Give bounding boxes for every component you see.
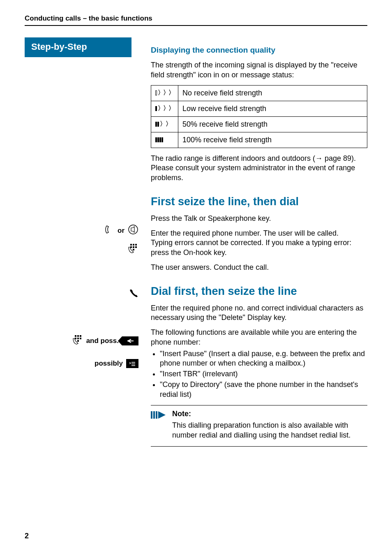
heading-seize-then-dial: First seize the line, then dial: [151, 195, 367, 208]
keypad-delete-anno: and poss.: [72, 334, 138, 347]
note-title: Note:: [172, 410, 361, 418]
svg-rect-1: [130, 244, 132, 246]
signal-label: 100% receive field strength: [178, 132, 367, 148]
range-para: The radio range is different indoors and…: [151, 154, 367, 183]
talk-or-speaker-anno: or: [104, 224, 138, 237]
list-item: "Insert Pause" (Insert a dial pause, e.g…: [160, 349, 367, 369]
signal-label: Low receive field strength: [178, 101, 367, 116]
signal-0-icon: 〉〉〉: [151, 85, 178, 101]
svg-rect-19: [153, 411, 155, 419]
svg-rect-20: [156, 411, 157, 419]
step-by-step-badge: Step-by-Step: [25, 37, 131, 57]
running-head: Conducting calls – the basic functions: [25, 14, 367, 26]
step-functions-intro: The following functions are available wh…: [151, 328, 367, 348]
svg-rect-13: [80, 338, 81, 339]
note-icon: [151, 410, 166, 421]
table-row: 100% receive field strength: [151, 132, 367, 148]
possibly-label: possibly: [95, 359, 123, 368]
keypad-anno-1: [128, 243, 138, 256]
in-call-anno: [129, 288, 138, 301]
svg-point-0: [129, 225, 138, 234]
table-row: 〉〉〉 Low receive field strength: [151, 101, 367, 116]
signal-1-icon: 〉〉〉: [151, 101, 178, 116]
svg-rect-3: [135, 244, 137, 246]
heading-dial-then-seize: Dial first, then seize the line: [151, 285, 367, 298]
talk-key-icon: [104, 225, 114, 236]
step-press-talk: Press the Talk or Speakerphone key.: [151, 214, 367, 224]
note-box: Note: This dialling preparation function…: [151, 405, 367, 447]
svg-rect-9: [77, 335, 79, 337]
svg-rect-2: [133, 244, 134, 246]
signal-3-icon: [151, 132, 178, 148]
svg-rect-12: [77, 338, 79, 339]
delete-key-icon: [122, 336, 138, 345]
signal-label: No receive field strength: [178, 85, 367, 101]
intro-para: The strength of the incoming signal is d…: [151, 60, 367, 80]
and-poss-label: and poss.: [86, 337, 119, 345]
page-ref-link[interactable]: → page 89: [315, 154, 351, 162]
page-number: 2: [25, 532, 29, 540]
list-item: "Insert TBR" (irrelevant): [160, 369, 367, 379]
step-user-answers: The user answers. Conduct the call.: [151, 263, 367, 273]
table-row: 〉〉〉 No receive field strength: [151, 85, 367, 101]
svg-rect-18: [151, 411, 152, 419]
step-enter-number: Enter the required phone number. The use…: [151, 229, 367, 258]
step-enter-correct: Enter the required phone no. and correct…: [151, 303, 367, 323]
speakerphone-key-icon: [128, 224, 138, 237]
possibly-menu-anno: possibly: [95, 359, 138, 368]
table-row: 〉〉 50% receive field strength: [151, 116, 367, 132]
heading-connection-quality: Displaying the connection quality: [151, 46, 367, 55]
or-label: or: [118, 227, 125, 235]
function-list: "Insert Pause" (Insert a dial pause, e.g…: [151, 349, 367, 400]
keypad-icon: [128, 243, 138, 256]
note-body: This dialling preparation function is al…: [172, 421, 361, 440]
signal-2-icon: 〉〉: [151, 116, 178, 132]
menu-key-icon: [126, 359, 138, 368]
signal-strength-table: 〉〉〉 No receive field strength 〉〉〉 Low re…: [151, 85, 367, 148]
svg-rect-6: [135, 246, 137, 248]
svg-rect-7: [133, 249, 134, 250]
keypad-icon: [72, 334, 83, 347]
handset-icon: [129, 288, 138, 301]
svg-rect-14: [77, 340, 79, 342]
svg-rect-10: [80, 335, 81, 337]
list-item: "Copy to Directory" (save the phone numb…: [160, 380, 367, 400]
svg-rect-8: [75, 335, 76, 337]
signal-label: 50% receive field strength: [178, 116, 367, 132]
svg-rect-5: [133, 246, 134, 248]
